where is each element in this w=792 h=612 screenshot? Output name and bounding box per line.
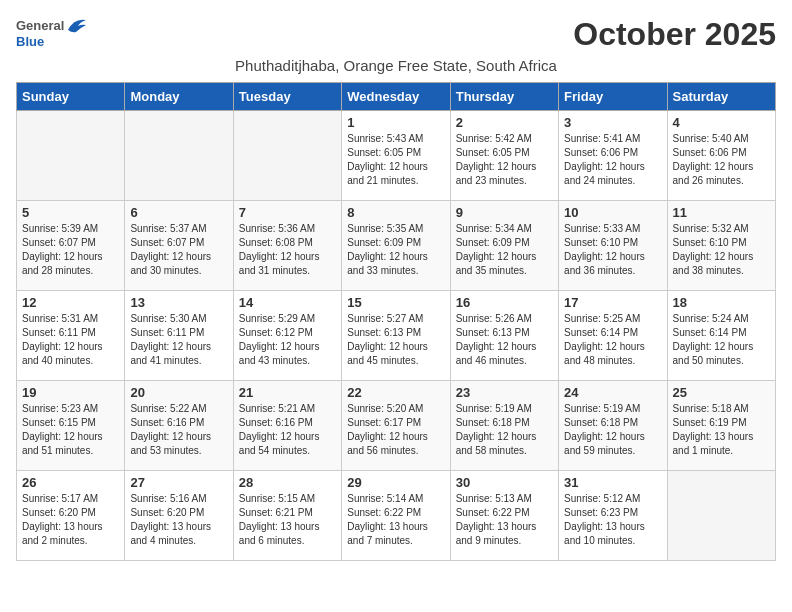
day-info: Sunrise: 5:31 AMSunset: 6:11 PMDaylight:… bbox=[22, 312, 119, 368]
calendar-cell: 31Sunrise: 5:12 AMSunset: 6:23 PMDayligh… bbox=[559, 471, 667, 561]
calendar-cell: 22Sunrise: 5:20 AMSunset: 6:17 PMDayligh… bbox=[342, 381, 450, 471]
day-number: 11 bbox=[673, 205, 770, 220]
day-info: Sunrise: 5:16 AMSunset: 6:20 PMDaylight:… bbox=[130, 492, 227, 548]
day-number: 17 bbox=[564, 295, 661, 310]
day-number: 14 bbox=[239, 295, 336, 310]
day-number: 7 bbox=[239, 205, 336, 220]
header-monday: Monday bbox=[125, 83, 233, 111]
header-wednesday: Wednesday bbox=[342, 83, 450, 111]
calendar-cell bbox=[667, 471, 775, 561]
day-number: 31 bbox=[564, 475, 661, 490]
calendar-week-row: 5Sunrise: 5:39 AMSunset: 6:07 PMDaylight… bbox=[17, 201, 776, 291]
calendar-cell: 21Sunrise: 5:21 AMSunset: 6:16 PMDayligh… bbox=[233, 381, 341, 471]
calendar-cell: 18Sunrise: 5:24 AMSunset: 6:14 PMDayligh… bbox=[667, 291, 775, 381]
calendar-cell: 27Sunrise: 5:16 AMSunset: 6:20 PMDayligh… bbox=[125, 471, 233, 561]
day-info: Sunrise: 5:27 AMSunset: 6:13 PMDaylight:… bbox=[347, 312, 444, 368]
day-number: 24 bbox=[564, 385, 661, 400]
day-info: Sunrise: 5:19 AMSunset: 6:18 PMDaylight:… bbox=[456, 402, 553, 458]
day-info: Sunrise: 5:13 AMSunset: 6:22 PMDaylight:… bbox=[456, 492, 553, 548]
header-saturday: Saturday bbox=[667, 83, 775, 111]
day-info: Sunrise: 5:36 AMSunset: 6:08 PMDaylight:… bbox=[239, 222, 336, 278]
day-info: Sunrise: 5:34 AMSunset: 6:09 PMDaylight:… bbox=[456, 222, 553, 278]
calendar-table: SundayMondayTuesdayWednesdayThursdayFrid… bbox=[16, 82, 776, 561]
page-header: General Blue October 2025 bbox=[16, 16, 776, 53]
logo: General Blue bbox=[16, 16, 88, 49]
calendar-cell: 23Sunrise: 5:19 AMSunset: 6:18 PMDayligh… bbox=[450, 381, 558, 471]
calendar-cell: 15Sunrise: 5:27 AMSunset: 6:13 PMDayligh… bbox=[342, 291, 450, 381]
day-number: 10 bbox=[564, 205, 661, 220]
day-number: 2 bbox=[456, 115, 553, 130]
day-info: Sunrise: 5:26 AMSunset: 6:13 PMDaylight:… bbox=[456, 312, 553, 368]
day-info: Sunrise: 5:39 AMSunset: 6:07 PMDaylight:… bbox=[22, 222, 119, 278]
day-number: 4 bbox=[673, 115, 770, 130]
calendar-cell: 24Sunrise: 5:19 AMSunset: 6:18 PMDayligh… bbox=[559, 381, 667, 471]
calendar-cell: 4Sunrise: 5:40 AMSunset: 6:06 PMDaylight… bbox=[667, 111, 775, 201]
logo-bird-icon bbox=[66, 16, 88, 34]
day-info: Sunrise: 5:37 AMSunset: 6:07 PMDaylight:… bbox=[130, 222, 227, 278]
day-info: Sunrise: 5:12 AMSunset: 6:23 PMDaylight:… bbox=[564, 492, 661, 548]
calendar-cell: 16Sunrise: 5:26 AMSunset: 6:13 PMDayligh… bbox=[450, 291, 558, 381]
logo-general: General bbox=[16, 18, 64, 33]
day-number: 21 bbox=[239, 385, 336, 400]
day-info: Sunrise: 5:23 AMSunset: 6:15 PMDaylight:… bbox=[22, 402, 119, 458]
day-info: Sunrise: 5:18 AMSunset: 6:19 PMDaylight:… bbox=[673, 402, 770, 458]
calendar-cell: 13Sunrise: 5:30 AMSunset: 6:11 PMDayligh… bbox=[125, 291, 233, 381]
calendar-header-row: SundayMondayTuesdayWednesdayThursdayFrid… bbox=[17, 83, 776, 111]
day-info: Sunrise: 5:32 AMSunset: 6:10 PMDaylight:… bbox=[673, 222, 770, 278]
day-info: Sunrise: 5:15 AMSunset: 6:21 PMDaylight:… bbox=[239, 492, 336, 548]
calendar-cell bbox=[233, 111, 341, 201]
calendar-cell: 19Sunrise: 5:23 AMSunset: 6:15 PMDayligh… bbox=[17, 381, 125, 471]
calendar-cell: 5Sunrise: 5:39 AMSunset: 6:07 PMDaylight… bbox=[17, 201, 125, 291]
day-number: 23 bbox=[456, 385, 553, 400]
day-number: 18 bbox=[673, 295, 770, 310]
day-number: 12 bbox=[22, 295, 119, 310]
calendar-cell: 1Sunrise: 5:43 AMSunset: 6:05 PMDaylight… bbox=[342, 111, 450, 201]
day-number: 5 bbox=[22, 205, 119, 220]
calendar-cell: 9Sunrise: 5:34 AMSunset: 6:09 PMDaylight… bbox=[450, 201, 558, 291]
calendar-cell: 3Sunrise: 5:41 AMSunset: 6:06 PMDaylight… bbox=[559, 111, 667, 201]
day-info: Sunrise: 5:24 AMSunset: 6:14 PMDaylight:… bbox=[673, 312, 770, 368]
day-info: Sunrise: 5:14 AMSunset: 6:22 PMDaylight:… bbox=[347, 492, 444, 548]
calendar-cell: 6Sunrise: 5:37 AMSunset: 6:07 PMDaylight… bbox=[125, 201, 233, 291]
day-number: 6 bbox=[130, 205, 227, 220]
day-info: Sunrise: 5:20 AMSunset: 6:17 PMDaylight:… bbox=[347, 402, 444, 458]
day-number: 30 bbox=[456, 475, 553, 490]
day-info: Sunrise: 5:21 AMSunset: 6:16 PMDaylight:… bbox=[239, 402, 336, 458]
header-thursday: Thursday bbox=[450, 83, 558, 111]
day-info: Sunrise: 5:29 AMSunset: 6:12 PMDaylight:… bbox=[239, 312, 336, 368]
calendar-cell: 8Sunrise: 5:35 AMSunset: 6:09 PMDaylight… bbox=[342, 201, 450, 291]
calendar-cell: 20Sunrise: 5:22 AMSunset: 6:16 PMDayligh… bbox=[125, 381, 233, 471]
day-number: 28 bbox=[239, 475, 336, 490]
logo-blue: Blue bbox=[16, 34, 44, 49]
day-info: Sunrise: 5:30 AMSunset: 6:11 PMDaylight:… bbox=[130, 312, 227, 368]
day-info: Sunrise: 5:42 AMSunset: 6:05 PMDaylight:… bbox=[456, 132, 553, 188]
calendar-cell: 17Sunrise: 5:25 AMSunset: 6:14 PMDayligh… bbox=[559, 291, 667, 381]
day-info: Sunrise: 5:35 AMSunset: 6:09 PMDaylight:… bbox=[347, 222, 444, 278]
calendar-cell: 29Sunrise: 5:14 AMSunset: 6:22 PMDayligh… bbox=[342, 471, 450, 561]
calendar-cell: 30Sunrise: 5:13 AMSunset: 6:22 PMDayligh… bbox=[450, 471, 558, 561]
day-number: 16 bbox=[456, 295, 553, 310]
calendar-cell bbox=[17, 111, 125, 201]
day-number: 22 bbox=[347, 385, 444, 400]
header-tuesday: Tuesday bbox=[233, 83, 341, 111]
day-number: 15 bbox=[347, 295, 444, 310]
day-number: 20 bbox=[130, 385, 227, 400]
calendar-cell: 11Sunrise: 5:32 AMSunset: 6:10 PMDayligh… bbox=[667, 201, 775, 291]
month-title: October 2025 bbox=[573, 16, 776, 53]
day-number: 13 bbox=[130, 295, 227, 310]
day-info: Sunrise: 5:17 AMSunset: 6:20 PMDaylight:… bbox=[22, 492, 119, 548]
day-number: 19 bbox=[22, 385, 119, 400]
day-info: Sunrise: 5:22 AMSunset: 6:16 PMDaylight:… bbox=[130, 402, 227, 458]
calendar-cell: 26Sunrise: 5:17 AMSunset: 6:20 PMDayligh… bbox=[17, 471, 125, 561]
day-info: Sunrise: 5:25 AMSunset: 6:14 PMDaylight:… bbox=[564, 312, 661, 368]
day-info: Sunrise: 5:41 AMSunset: 6:06 PMDaylight:… bbox=[564, 132, 661, 188]
day-info: Sunrise: 5:43 AMSunset: 6:05 PMDaylight:… bbox=[347, 132, 444, 188]
calendar-cell: 10Sunrise: 5:33 AMSunset: 6:10 PMDayligh… bbox=[559, 201, 667, 291]
calendar-week-row: 19Sunrise: 5:23 AMSunset: 6:15 PMDayligh… bbox=[17, 381, 776, 471]
day-info: Sunrise: 5:40 AMSunset: 6:06 PMDaylight:… bbox=[673, 132, 770, 188]
header-friday: Friday bbox=[559, 83, 667, 111]
day-number: 27 bbox=[130, 475, 227, 490]
day-number: 8 bbox=[347, 205, 444, 220]
calendar-cell: 14Sunrise: 5:29 AMSunset: 6:12 PMDayligh… bbox=[233, 291, 341, 381]
calendar-week-row: 12Sunrise: 5:31 AMSunset: 6:11 PMDayligh… bbox=[17, 291, 776, 381]
